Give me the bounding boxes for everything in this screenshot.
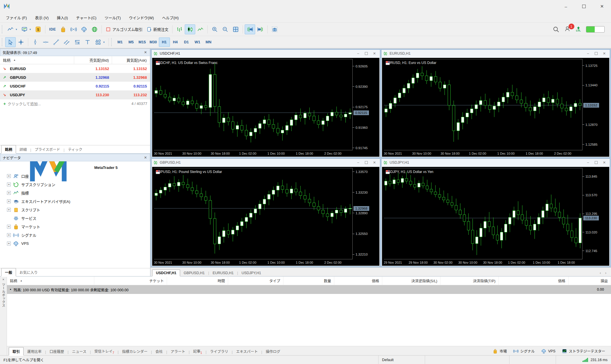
balance-row[interactable]: • 残高: 100 000.00 USD 有効証拠金: 100 000.00 余… [7,285,611,294]
community-button[interactable] [89,24,100,34]
column-bid[interactable]: 売気配(Bid) [74,56,112,64]
timeframe-m30-button[interactable]: M30 [148,38,159,47]
column-type[interactable]: タイプ [228,276,283,285]
chart-canvas[interactable]: GBPUSD, H1: Pound Sterling vs US Dollar … [152,167,379,266]
column-take-profit[interactable]: 決済指値(T/P) [441,276,499,285]
tree-item-expert-advisors[interactable]: + エキスパートアドバイザ(EA) [3,197,150,206]
tab-calendar[interactable]: 指標カレンダー [119,347,151,355]
chart-window-usdjpy[interactable]: USDJPY,H1 –✕ USDJPY, H1: US Dollar vs Ye… [381,158,610,267]
one-click-trading-icon[interactable] [156,61,160,65]
column-symbol[interactable]: 銘柄▲ [0,56,74,64]
tab-favorites[interactable]: お気に入り [16,268,41,276]
expand-icon[interactable]: + [7,191,11,195]
toolbox-close-icon[interactable]: × [2,278,4,281]
quick-link-vps[interactable]: VPS [541,349,555,354]
tab-priceboard[interactable]: プライスボード [31,145,63,153]
chart-maximize-button[interactable] [595,52,598,55]
horizontal-line-tool-button[interactable] [40,37,51,47]
timeframe-m1-button[interactable]: M1 [115,38,126,47]
chart-close-button[interactable]: ✕ [602,160,606,165]
navigator-close-icon[interactable]: ✕ [143,156,148,160]
tree-item-services[interactable]: サービス [3,214,150,222]
chart-canvas[interactable]: USDJPY, H1: US Dollar vs Yen 113.845113.… [382,167,609,266]
tab-scroll-right-icon[interactable]: › [605,271,606,275]
column-profit[interactable]: 損益 [569,276,611,285]
tab-exposure[interactable]: 運用比率 [24,347,45,355]
column-ask[interactable]: 買気配(Ask) [112,56,150,64]
time-axis[interactable]: 29 Nov 202129 Nov 18:0030 Nov 02:0030 No… [384,259,582,266]
window-minimize-button[interactable]: – [557,1,575,12]
chart-tab-usdjpy[interactable]: USDJPY,H1 [238,270,264,276]
signals-button[interactable] [68,24,79,34]
text-tool-button[interactable] [82,37,93,47]
quick-link-market[interactable]: 市場 [493,348,507,354]
status-latency[interactable]: 231.16 ms [556,356,611,364]
chart-close-button[interactable]: ✕ [372,160,376,165]
chart-style-button[interactable]: ▾ [5,24,19,34]
vertical-line-tool-button[interactable] [30,37,40,47]
tree-item-market[interactable]: + マーケット [3,222,150,231]
time-axis[interactable]: 30 Nov 202130 Nov 10:0030 Nov 18:001 Dec… [154,259,353,266]
chart-window-gbpusd[interactable]: GBPUSD,H1 –✕ GBPUSD, H1: Pound Sterling … [151,158,380,267]
market-watch-close-icon[interactable]: ✕ [143,50,148,54]
search-icon[interactable] [553,26,559,33]
chart-window-usdchf[interactable]: USDCHF,H1 –✕ USDCHF, H1: US Dollar vs Sw… [151,49,380,158]
expand-icon[interactable]: + [7,208,11,212]
crosshair-tool-button[interactable] [16,37,26,47]
tab-symbols[interactable]: 銘柄 [1,145,16,153]
expand-icon[interactable]: + [7,225,11,229]
column-price[interactable]: 価格 [334,276,382,285]
quick-link-signals[interactable]: シグナル [513,348,535,354]
shapes-tool-button[interactable]: ▾ [93,37,107,47]
tab-details[interactable]: 詳細 [16,145,30,153]
expand-icon[interactable]: + [7,183,11,186]
chart-window-eurusd[interactable]: EURUSD,H1 –✕ EURUSD, H1: Euro vs US Doll… [381,49,610,158]
auto-scroll-button[interactable] [245,24,255,34]
chart-minimize-button[interactable]: – [586,51,590,56]
chart-shift-button[interactable] [255,24,266,34]
add-symbol-row[interactable]: + クリックして追加... 4 / 40377 [0,99,150,108]
status-profile[interactable]: Default [378,356,425,364]
chart-tab-usdchf[interactable]: USDCHF,H1 [152,270,180,276]
timeframe-h4-button[interactable]: H4 [170,38,181,47]
tab-history[interactable]: 口座履歴 [46,347,68,355]
tab-library[interactable]: ライブラリ [207,347,232,355]
tab-experts[interactable]: エキスパート [232,347,261,355]
fibonacci-tool-button[interactable] [72,37,82,47]
timeframe-m15-button[interactable]: M15 [137,38,148,47]
column-price2[interactable]: 価格 [499,276,569,285]
line-chart-mode-button[interactable] [195,24,206,34]
vps-button[interactable] [79,24,89,34]
deposit-button[interactable] [33,24,43,34]
toolbar-grip[interactable] [2,25,3,33]
expand-icon[interactable]: + [7,233,11,237]
chart-window-titlebar[interactable]: EURUSD,H1 –✕ [381,50,610,57]
tab-scroll-left-icon[interactable]: ‹ [600,271,601,275]
chart-canvas[interactable]: EURUSD, H1: Euro vs US Dollar 1.137251.1… [382,58,609,157]
expand-icon[interactable]: + [7,199,11,203]
tab-news[interactable]: ニュース [69,347,90,355]
menu-help[interactable]: ヘルプ(H) [159,13,182,22]
candle-chart-mode-button[interactable] [185,24,195,34]
column-symbol[interactable]: 銘柄▲ [7,276,94,285]
menu-file[interactable]: ファイル (F) [2,13,30,22]
chart-minimize-button[interactable]: – [586,160,590,165]
column-stop-loss[interactable]: 決済逆指値(S/L) [382,276,441,285]
tab-ticks[interactable]: ティック [65,145,86,153]
table-row-usdjpy[interactable]: ↘USDJPY 113.230 113.232 [0,90,150,99]
chart-close-button[interactable]: ✕ [372,51,376,56]
screenshot-button[interactable] [269,24,280,34]
tab-alerts[interactable]: アラート [167,347,189,355]
tree-item-vps[interactable]: + VPS [3,239,150,248]
price-scale[interactable]: 0.926050.923900.921750.919600.917450.921… [353,59,379,150]
tab-journal[interactable]: 操作ログ [262,347,284,355]
price-scale[interactable]: 1.137251.134401.128701.125851.13152 [582,59,609,150]
timeframe-m5-button[interactable]: M5 [126,38,137,47]
table-row-eurusd[interactable]: ↘EURUSD 1.13152 1.13152 [0,64,150,73]
column-volume[interactable]: 数量 [283,276,334,285]
expand-icon[interactable]: + [7,242,11,245]
menu-tools[interactable]: ツール(T) [101,13,124,22]
channel-tool-button[interactable] [61,37,72,47]
chart-maximize-button[interactable] [365,161,368,164]
chart-tab-eurusd[interactable]: EURUSD,H1 [209,270,237,276]
